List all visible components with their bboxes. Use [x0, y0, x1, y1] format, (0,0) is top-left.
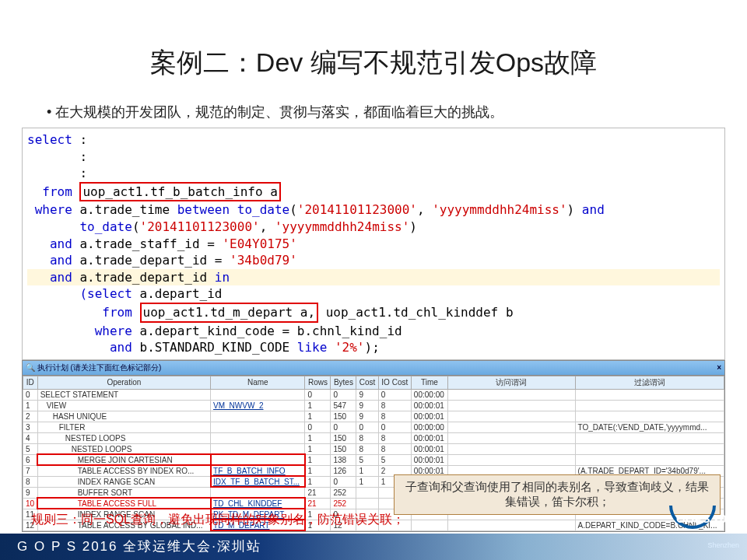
close-icon[interactable]: × [717, 363, 721, 372]
plan-row: 3FILTER000000:00:00TO_DATE(:VEND_DATE,'y… [23, 422, 724, 432]
plan-row: 2HASH UNIQUE11509800:00:01 [23, 411, 724, 422]
plan-row: 1VIEWVM_NWVW_215479800:00:01 [23, 400, 724, 411]
plan-row: 6MERGE JOIN CARTESIAN11385500:00:01 [23, 454, 724, 465]
plan-row: 5NESTED LOOPS11508800:00:01 [23, 443, 724, 454]
slide-title: 案例二：Dev 编写不规范引发Ops故障 [0, 45, 747, 81]
plan-title: 🔍 执行计划 (请关注下面红色标记部分) [26, 362, 161, 373]
plan-col: Time [411, 376, 447, 389]
plan-col: Name [211, 376, 305, 389]
sql-code-block: select : : : from uop_act1.tf_b_batch_in… [22, 128, 725, 360]
footer-brand: GOPS 2016 Shenzhen [676, 506, 739, 558]
plan-header: 🔍 执行计划 (请关注下面红色标记部分) × [23, 361, 724, 376]
plan-col: Rows [305, 376, 331, 389]
kw-from: from [27, 184, 79, 199]
plan-col: Operation [37, 376, 210, 389]
plan-row: 4NESTED LOOPS11508800:00:01 [23, 432, 724, 443]
kw-where: where [27, 202, 79, 217]
kw-select: select [27, 132, 72, 147]
plan-row: 0SELECT STATEMENT009000:00:00 [23, 389, 724, 400]
plan-col: ID [23, 376, 38, 389]
plan-col: 过滤谓词 [575, 376, 724, 389]
highlight-table-inner: uop_act1.td_m_depart a, [140, 303, 319, 323]
slide-footer: G O P S 2016 全球运维大会·深圳站 GOPS 2016 Shenzh… [0, 534, 747, 560]
bullet-intro: 在大规模的开发团队，规范的制定、贯彻与落实，都面临着巨大的挑战。 [47, 103, 747, 121]
plan-col: Cost [356, 376, 378, 389]
highlight-table-outer: uop_act1.tf_b_batch_info a [79, 182, 280, 202]
plan-col: 访问谓词 [448, 376, 575, 389]
plan-col: IO Cost [378, 376, 411, 389]
plan-col: Bytes [331, 376, 356, 389]
footer-text: G O P S 2016 全球运维大会·深圳站 [17, 539, 261, 554]
rule-text: 规则三：同一SQL查询，避免出现同样的对象别名，防范错误关联； [31, 512, 405, 528]
